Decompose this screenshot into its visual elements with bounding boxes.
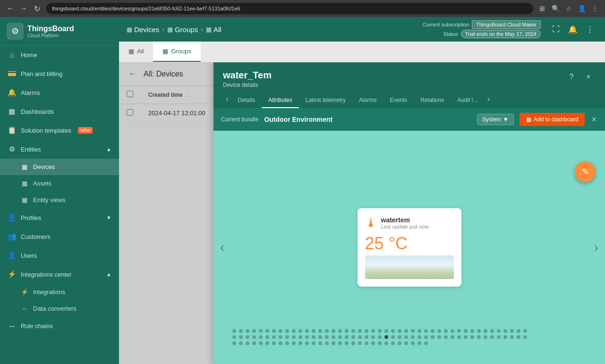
topbar: ▦ Devices › ▦ Groups › ▦ All Current sub… <box>119 17 605 42</box>
carousel-prev-button[interactable]: ‹ <box>213 240 231 255</box>
entity-views-icon: ▦ <box>21 196 28 203</box>
zoom-btn[interactable]: 🔍 <box>550 3 561 14</box>
sidebar-item-alarms[interactable]: 🔔 Alarms <box>0 83 119 102</box>
int-expand-icon: ▲ <box>106 271 111 277</box>
reload-button[interactable]: ↻ <box>31 3 43 14</box>
device-tab-events[interactable]: Events <box>383 93 414 108</box>
browser-chrome: ← → ↻ thingsboard.cloud/entities/devices… <box>0 0 605 17</box>
sidebar: ⚙ ThingsBoard Cloud Platform ⌂ Home 💳 Pl… <box>0 17 119 364</box>
sidebar-item-label: Integrations center <box>21 271 72 278</box>
sidebar-item-integrations[interactable]: ⚡ Integrations <box>0 284 119 300</box>
subscription-row: Current subscription ThingsBoard Cloud M… <box>423 20 541 29</box>
more-options-button[interactable]: ⋮ <box>582 22 597 37</box>
device-tab-details[interactable]: Details <box>231 93 262 108</box>
card-device-name: watertem <box>381 216 429 224</box>
dot <box>365 329 368 333</box>
sidebar-item-integrations-center[interactable]: ⚡ Integrations center ▲ <box>0 265 119 284</box>
dot <box>398 329 401 333</box>
star-btn[interactable]: ☆ <box>563 3 574 14</box>
dot <box>239 329 243 333</box>
overlay-backdrop[interactable] <box>119 62 213 364</box>
subscription-label: Current subscription <box>423 22 469 27</box>
users-icon: 👤 <box>8 251 16 260</box>
all-breadcrumb-icon: ▦ <box>206 26 212 33</box>
sidebar-item-label: Rule chains <box>21 322 53 330</box>
groups-breadcrumb-icon: ▦ <box>167 26 173 33</box>
dot <box>510 329 514 333</box>
forward-button[interactable]: → <box>18 3 29 14</box>
device-tab-relations[interactable]: Relations <box>414 93 451 108</box>
sidebar-item-devices[interactable]: ▦ Devices <box>0 159 119 175</box>
breadcrumb-devices-label: Devices <box>134 25 159 34</box>
dot <box>451 329 454 333</box>
bundle-name: Outdoor Environment <box>264 116 471 123</box>
carousel-next-button[interactable]: › <box>588 240 605 255</box>
sidebar-item-solution-templates[interactable]: 📋 Solution templates NEW <box>0 121 119 140</box>
edit-fab-button[interactable]: ✎ <box>575 161 596 182</box>
dot <box>371 329 375 333</box>
sidebar-item-label: Dashboards <box>21 108 54 115</box>
close-button[interactable]: × <box>581 70 596 84</box>
sidebar-item-plan[interactable]: 💳 Plan and billing <box>0 64 119 83</box>
dot <box>391 335 395 339</box>
device-tab-alarms[interactable]: Alarms <box>352 93 383 108</box>
bundle-close-button[interactable]: × <box>590 114 597 126</box>
dot <box>259 329 263 333</box>
dot <box>285 341 289 345</box>
profile-btn[interactable]: 👤 <box>577 3 587 14</box>
dot <box>517 329 520 333</box>
sidebar-item-data-converters[interactable]: ↔ Data converters <box>0 300 119 317</box>
system-dropdown-icon: ▼ <box>503 116 509 123</box>
add-dashboard-button[interactable]: ▦ Add to dashboard <box>520 113 585 126</box>
dot <box>457 329 461 333</box>
sidebar-item-label: Solution templates <box>21 127 71 134</box>
dot <box>418 341 421 345</box>
sidebar-sub-label: Devices <box>33 163 55 170</box>
sidebar-item-profiles[interactable]: 👤 Profiles ▼ <box>0 208 119 227</box>
tab-groups-label: Groups <box>171 48 191 55</box>
breadcrumb-sep-2: › <box>201 25 203 33</box>
address-bar[interactable]: thingsboard.cloud/entities/devices/group… <box>46 3 533 14</box>
dot <box>358 335 362 339</box>
sidebar-item-label: Home <box>21 51 37 59</box>
sidebar-item-entity-views[interactable]: ▦ Entity views <box>0 192 119 208</box>
subscription-badge: ThingsBoard Cloud Maker <box>472 20 541 29</box>
dot <box>332 341 335 345</box>
dot <box>503 335 507 339</box>
sidebar-item-customers[interactable]: 👥 Customers <box>0 227 119 246</box>
bundle-system-btn[interactable]: System ▼ <box>477 114 514 125</box>
device-tab-telemetry[interactable]: Latest telemetry <box>299 93 352 108</box>
sidebar-item-home[interactable]: ⌂ Home <box>0 46 119 64</box>
devices-icon: ▦ <box>21 163 28 170</box>
dot <box>246 335 249 339</box>
menu-btn[interactable]: ⋮ <box>590 3 600 14</box>
solution-icon: 📋 <box>8 126 16 135</box>
tabs-scroll-left[interactable]: ‹ <box>223 93 231 108</box>
notifications-button[interactable]: 🔔 <box>565 22 580 37</box>
dot <box>358 341 362 345</box>
tabs-scroll-right[interactable]: › <box>485 93 493 108</box>
back-button[interactable]: ← <box>5 3 16 14</box>
sidebar-item-rule-chains[interactable]: ↔ Rule chains <box>0 317 119 335</box>
home-icon: ⌂ <box>8 51 16 59</box>
sidebar-item-users[interactable]: 👤 Users <box>0 246 119 265</box>
breadcrumb-groups[interactable]: ▦ Groups <box>167 25 198 34</box>
dots-area <box>213 326 605 364</box>
help-button[interactable]: ? <box>564 70 579 84</box>
tab-groups[interactable]: ▦ Groups <box>153 42 201 62</box>
sidebar-item-assets[interactable]: ▦ Assets <box>0 175 119 192</box>
sidebar-item-entities[interactable]: ⚙ Entities ▲ <box>0 140 119 159</box>
device-tab-audit[interactable]: Audit l... <box>451 93 484 108</box>
sidebar-item-dashboards[interactable]: ▦ Dashboards <box>0 102 119 121</box>
plan-icon: 💳 <box>8 69 16 78</box>
dot <box>312 335 315 339</box>
dot <box>338 341 342 345</box>
breadcrumb-all[interactable]: ▦ All <box>206 25 222 34</box>
extension-btn[interactable]: ⊞ <box>537 3 547 14</box>
device-tab-attributes[interactable]: Attributes <box>262 93 299 108</box>
breadcrumb-devices[interactable]: ▦ Devices <box>127 25 159 34</box>
fullscreen-button[interactable]: ⛶ <box>548 22 563 37</box>
tab-all[interactable]: ▦ All <box>119 42 153 62</box>
logo-sub: Cloud Platform <box>27 33 74 38</box>
dots-row-1 <box>232 329 527 333</box>
